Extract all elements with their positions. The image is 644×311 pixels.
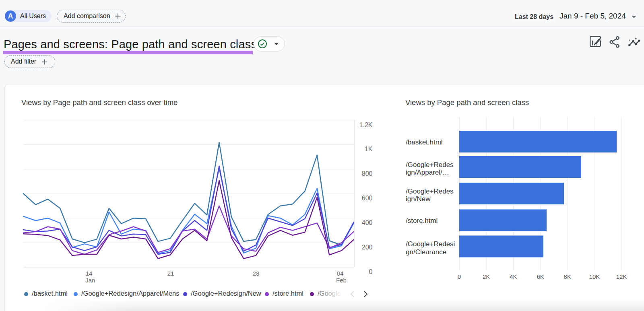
svg-text:8K: 8K	[564, 273, 571, 280]
svg-text:800: 800	[362, 170, 373, 177]
svg-text:/basket.html: /basket.html	[406, 138, 443, 146]
svg-text:10K: 10K	[589, 273, 600, 280]
svg-text:04: 04	[337, 270, 344, 277]
svg-text:Views by Page path and screen: Views by Page path and screen class	[405, 98, 529, 107]
svg-text:4K: 4K	[510, 273, 517, 280]
svg-text:Feb: Feb	[336, 277, 347, 284]
svg-text:/basket.html: /basket.html	[32, 290, 68, 297]
svg-text:12K: 12K	[616, 273, 627, 280]
svg-text:0: 0	[458, 273, 461, 280]
svg-text:6K: 6K	[537, 273, 544, 280]
svg-text:14: 14	[86, 270, 93, 277]
svg-text:2K: 2K	[483, 273, 490, 280]
svg-text:1K: 1K	[365, 146, 373, 152]
svg-text:/store.html: /store.html	[406, 217, 438, 224]
svg-text:/Google+Redesi: /Google+Redesi	[406, 240, 455, 248]
svg-text:/Google+Redesign/Apparel/Mens: /Google+Redesign/Apparel/Mens	[81, 290, 180, 297]
svg-text:/Google: /Google	[318, 290, 341, 297]
svg-text:28: 28	[253, 270, 260, 277]
svg-text:200: 200	[362, 244, 373, 251]
svg-text:/Google+Redes: /Google+Redes	[406, 187, 454, 195]
svg-text:400: 400	[362, 219, 373, 226]
svg-text:gn/Clearance: gn/Clearance	[406, 248, 446, 256]
svg-text:21: 21	[167, 270, 174, 277]
svg-text:ign/Apparel/…: ign/Apparel/…	[406, 169, 449, 176]
svg-text:600: 600	[362, 195, 373, 202]
svg-text:ign/New: ign/New	[406, 195, 431, 203]
svg-text:/store.html: /store.html	[272, 290, 303, 297]
svg-text:/Google+Redes: /Google+Redes	[406, 161, 454, 169]
svg-text:Jan: Jan	[85, 277, 95, 284]
svg-text:Views by Page path and screen: Views by Page path and screen class over…	[21, 98, 178, 107]
svg-text:0: 0	[369, 268, 373, 275]
svg-text:1.2K: 1.2K	[359, 122, 373, 128]
svg-text:/Google+Redesign/New: /Google+Redesign/New	[191, 290, 261, 297]
